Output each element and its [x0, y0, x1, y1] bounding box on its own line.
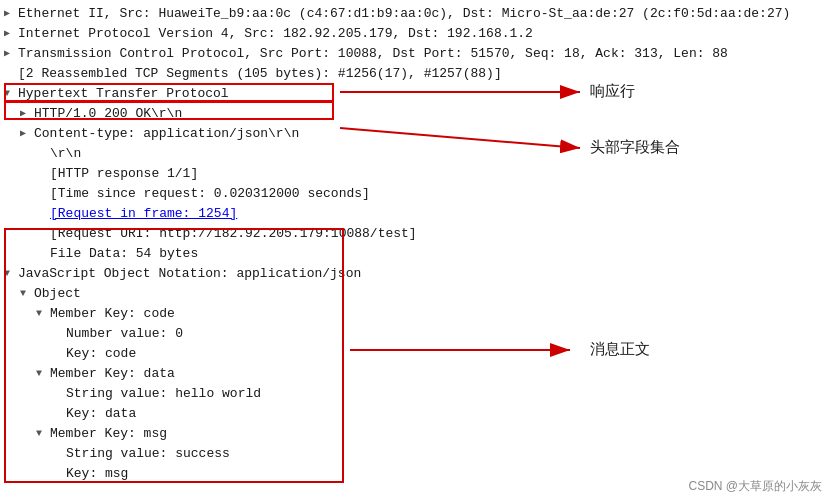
- tree-row-10[interactable]: [Request in frame: 1254]: [0, 204, 830, 224]
- row-text-13: JavaScript Object Notation: application/…: [18, 265, 361, 283]
- row-text-9: [Time since request: 0.020312000 seconds…: [50, 185, 370, 203]
- row-text-11: [Request URI: http://182.92.205.179:1008…: [50, 225, 417, 243]
- row-text-14: Object: [34, 285, 81, 303]
- response-line-label: 响应行: [590, 82, 635, 101]
- tree-row-8[interactable]: [HTTP response 1/1]: [0, 164, 830, 184]
- expand-icon[interactable]: ▶: [4, 25, 18, 43]
- tree-row-17[interactable]: Key: code: [0, 344, 830, 364]
- expand-icon[interactable]: ▶: [20, 125, 34, 143]
- tree-row-20[interactable]: Key: data: [0, 404, 830, 424]
- expand-icon[interactable]: ▼: [36, 305, 50, 323]
- tree-row-1[interactable]: ▶Internet Protocol Version 4, Src: 182.9…: [0, 24, 830, 44]
- row-text-1: Internet Protocol Version 4, Src: 182.92…: [18, 25, 533, 43]
- row-text-16: Number value: 0: [66, 325, 183, 343]
- expand-icon[interactable]: ▼: [4, 85, 18, 103]
- row-text-3: [2 Reassembled TCP Segments (105 bytes):…: [18, 65, 502, 83]
- expand-icon[interactable]: ▶: [20, 105, 34, 123]
- row-text-6: Content-type: application/json\r\n: [34, 125, 299, 143]
- row-text-8: [HTTP response 1/1]: [50, 165, 198, 183]
- tree-row-5[interactable]: ▶HTTP/1.0 200 OK\r\n: [0, 104, 830, 124]
- tree-row-9[interactable]: [Time since request: 0.020312000 seconds…: [0, 184, 830, 204]
- row-text-20: Key: data: [66, 405, 136, 423]
- expand-icon[interactable]: ▼: [36, 365, 50, 383]
- tree-row-19[interactable]: String value: hello world: [0, 384, 830, 404]
- tree-row-2[interactable]: ▶Transmission Control Protocol, Src Port…: [0, 44, 830, 64]
- tree-row-22[interactable]: String value: success: [0, 444, 830, 464]
- row-text-22: String value: success: [66, 445, 230, 463]
- row-text-18: Member Key: data: [50, 365, 175, 383]
- tree-row-13[interactable]: ▼JavaScript Object Notation: application…: [0, 264, 830, 284]
- row-text-2: Transmission Control Protocol, Src Port:…: [18, 45, 728, 63]
- tree-row-14[interactable]: ▼Object: [0, 284, 830, 304]
- tree-row-0[interactable]: ▶Ethernet II, Src: HuaweiTe_b9:aa:0c (c4…: [0, 4, 830, 24]
- expand-icon[interactable]: ▶: [4, 5, 18, 23]
- tree-row-15[interactable]: ▼Member Key: code: [0, 304, 830, 324]
- message-body-label: 消息正文: [590, 340, 650, 359]
- row-text-4: Hypertext Transfer Protocol: [18, 85, 229, 103]
- expand-icon[interactable]: ▶: [4, 45, 18, 63]
- expand-icon[interactable]: ▼: [4, 265, 18, 283]
- watermark: CSDN @大草原的小灰灰: [688, 478, 822, 495]
- tree-row-18[interactable]: ▼Member Key: data: [0, 364, 830, 384]
- row-text-10[interactable]: [Request in frame: 1254]: [50, 205, 237, 223]
- row-text-17: Key: code: [66, 345, 136, 363]
- header-field-label: 头部字段集合: [590, 138, 680, 157]
- expand-icon[interactable]: ▼: [20, 285, 34, 303]
- row-text-15: Member Key: code: [50, 305, 175, 323]
- row-text-19: String value: hello world: [66, 385, 261, 403]
- tree-row-6[interactable]: ▶Content-type: application/json\r\n: [0, 124, 830, 144]
- row-text-0: Ethernet II, Src: HuaweiTe_b9:aa:0c (c4:…: [18, 5, 790, 23]
- tree-row-16[interactable]: Number value: 0: [0, 324, 830, 344]
- tree-row-4[interactable]: ▼Hypertext Transfer Protocol: [0, 84, 830, 104]
- row-text-21: Member Key: msg: [50, 425, 167, 443]
- tree-row-12[interactable]: File Data: 54 bytes: [0, 244, 830, 264]
- packet-tree: ▶Ethernet II, Src: HuaweiTe_b9:aa:0c (c4…: [0, 0, 830, 488]
- expand-icon[interactable]: ▼: [36, 425, 50, 443]
- row-text-12: File Data: 54 bytes: [50, 245, 198, 263]
- tree-row-11[interactable]: [Request URI: http://182.92.205.179:1008…: [0, 224, 830, 244]
- row-text-23: Key: msg: [66, 465, 128, 483]
- tree-row-3[interactable]: [2 Reassembled TCP Segments (105 bytes):…: [0, 64, 830, 84]
- tree-row-21[interactable]: ▼Member Key: msg: [0, 424, 830, 444]
- row-text-5: HTTP/1.0 200 OK\r\n: [34, 105, 182, 123]
- tree-row-7[interactable]: \r\n: [0, 144, 830, 164]
- row-text-7: \r\n: [50, 145, 81, 163]
